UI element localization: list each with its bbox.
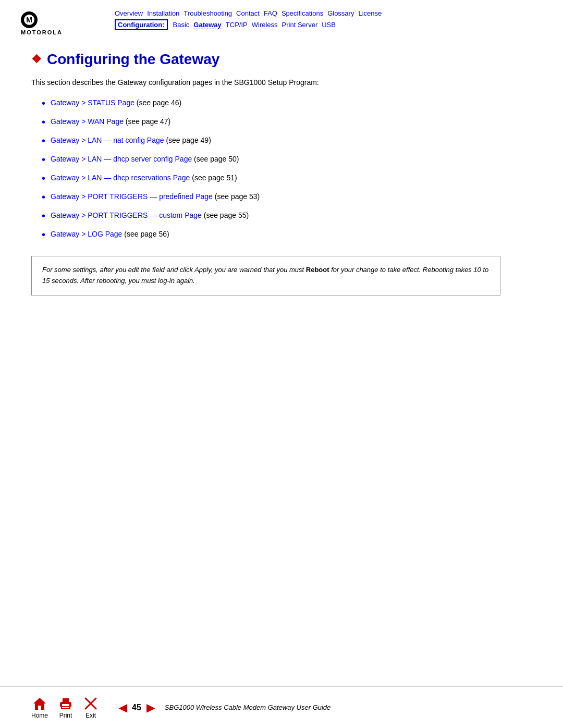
nav-bottom: Configuration: Basic Gateway TCP/IP Wire… <box>115 19 542 30</box>
link-port-triggers-custom-page[interactable]: Gateway > PORT TRIGGERS — custom Page <box>51 211 202 219</box>
list-item-text: Gateway > LAN — dhcp server config Page … <box>51 154 239 165</box>
nav-faq[interactable]: FAQ <box>264 9 277 17</box>
page-footer: Home Print <box>0 686 563 728</box>
nav-top: Overview Installation Troubleshooting Co… <box>115 9 542 17</box>
list-item-text: Gateway > WAN Page (see page 47) <box>51 116 170 127</box>
see-page-7: (see page 56) <box>122 230 169 238</box>
page-title-area: ❖ Configuring the Gateway <box>31 51 532 68</box>
see-page-5: (see page 53) <box>213 192 260 201</box>
exit-label: Exit <box>85 712 96 719</box>
gateway-pages-list: • Gateway > STATUS Page (see page 46) • … <box>42 97 532 240</box>
svg-text:M: M <box>26 16 32 24</box>
intro-paragraph: This section describes the Gateway confi… <box>31 77 532 88</box>
motorola-brand-text: MOTOROLA <box>21 29 63 35</box>
motorola-logo-circle: M <box>21 11 38 28</box>
see-page-3: (see page 50) <box>192 155 239 163</box>
list-item-text: Gateway > LOG Page (see page 56) <box>51 229 169 240</box>
main-content: ❖ Configuring the Gateway This section d… <box>0 41 563 316</box>
footer-navigation: Home Print <box>31 696 98 719</box>
next-page-button[interactable]: ▶ <box>146 701 154 714</box>
nav-installation[interactable]: Installation <box>147 9 179 17</box>
nav-troubleshooting[interactable]: Troubleshooting <box>183 9 232 17</box>
list-item: • Gateway > LAN — nat config Page (see p… <box>42 135 532 146</box>
note-bold-text: Reboot <box>306 266 329 274</box>
nav-contact[interactable]: Contact <box>236 9 260 17</box>
print-icon <box>58 696 73 711</box>
list-item: • Gateway > LAN — dhcp reservations Page… <box>42 172 532 184</box>
nav-usb[interactable]: USB <box>322 21 336 29</box>
bullet-icon: • <box>42 172 45 184</box>
link-lan-nat-page[interactable]: Gateway > LAN — nat config Page <box>51 136 164 144</box>
link-port-triggers-predefined-page[interactable]: Gateway > PORT TRIGGERS — predefined Pag… <box>51 192 213 201</box>
print-label: Print <box>59 712 72 719</box>
list-item: • Gateway > PORT TRIGGERS — custom Page … <box>42 210 532 221</box>
link-lan-dhcp-server-page[interactable]: Gateway > LAN — dhcp server config Page <box>51 155 192 163</box>
prev-page-button[interactable]: ◀ <box>119 701 127 714</box>
list-item: • Gateway > LAN — dhcp server config Pag… <box>42 154 532 165</box>
page-navigation: ◀ 45 ▶ <box>119 701 154 714</box>
nav-gateway[interactable]: Gateway <box>193 21 221 29</box>
list-item-text: Gateway > PORT TRIGGERS — predefined Pag… <box>51 191 260 202</box>
nav-wireless[interactable]: Wireless <box>252 21 278 29</box>
list-item: • Gateway > STATUS Page (see page 46) <box>42 97 532 109</box>
bullet-icon: • <box>42 210 45 221</box>
nav-print-server[interactable]: Print Server <box>282 21 318 29</box>
link-status-page[interactable]: Gateway > STATUS Page <box>51 98 134 107</box>
link-wan-page[interactable]: Gateway > WAN Page <box>51 117 124 126</box>
nav-license[interactable]: License <box>358 9 382 17</box>
list-item-text: Gateway > STATUS Page (see page 46) <box>51 97 181 108</box>
nav-specifications[interactable]: Specifications <box>282 9 323 17</box>
bullet-icon: • <box>42 154 45 165</box>
bullet-icon: • <box>42 191 45 203</box>
nav-overview[interactable]: Overview <box>115 9 143 17</box>
logo-area: M MOTOROLA <box>21 11 104 35</box>
nav-basic[interactable]: Basic <box>173 21 190 29</box>
motorola-logo: M MOTOROLA <box>21 11 63 35</box>
link-log-page[interactable]: Gateway > LOG Page <box>51 230 122 238</box>
page-header: M MOTOROLA Overview Installation Trouble… <box>0 0 563 41</box>
see-page-2: (see page 49) <box>164 136 211 144</box>
page-title: Configuring the Gateway <box>47 51 219 68</box>
bullet-icon: • <box>42 116 45 128</box>
link-lan-dhcp-reservations-page[interactable]: Gateway > LAN — dhcp reservations Page <box>51 174 190 182</box>
nav-glossary[interactable]: Glossary <box>327 9 354 17</box>
bullet-icon: • <box>42 135 45 146</box>
note-box: For some settings, after you edit the fi… <box>31 256 500 295</box>
list-item-text: Gateway > LAN — dhcp reservations Page (… <box>51 172 237 183</box>
svg-marker-2 <box>33 698 46 710</box>
list-item: • Gateway > LOG Page (see page 56) <box>42 229 532 240</box>
title-icon: ❖ <box>31 53 42 66</box>
page-number: 45 <box>132 703 141 712</box>
config-label: Configuration: <box>115 19 168 30</box>
list-item: • Gateway > PORT TRIGGERS — predefined P… <box>42 191 532 203</box>
home-label: Home <box>31 712 48 719</box>
list-item-text: Gateway > PORT TRIGGERS — custom Page (s… <box>51 210 249 221</box>
list-item: • Gateway > WAN Page (see page 47) <box>42 116 532 128</box>
bullet-icon: • <box>42 229 45 240</box>
nav-tcpip[interactable]: TCP/IP <box>226 21 248 29</box>
guide-title: SBG1000 Wireless Cable Modem Gateway Use… <box>165 704 331 711</box>
see-page-0: (see page 46) <box>134 98 181 107</box>
exit-icon <box>83 696 98 711</box>
home-icon <box>32 696 47 711</box>
see-page-6: (see page 55) <box>202 211 249 219</box>
exit-button[interactable]: Exit <box>83 696 98 719</box>
home-button[interactable]: Home <box>31 696 48 719</box>
print-button[interactable]: Print <box>58 696 73 719</box>
note-text-before: For some settings, after you edit the fi… <box>42 266 306 274</box>
see-page-4: (see page 51) <box>190 174 237 182</box>
svg-rect-6 <box>63 707 69 708</box>
see-page-1: (see page 47) <box>124 117 170 126</box>
nav-area: Overview Installation Troubleshooting Co… <box>115 9 542 30</box>
list-item-text: Gateway > LAN — nat config Page (see pag… <box>51 135 211 146</box>
bullet-icon: • <box>42 97 45 109</box>
